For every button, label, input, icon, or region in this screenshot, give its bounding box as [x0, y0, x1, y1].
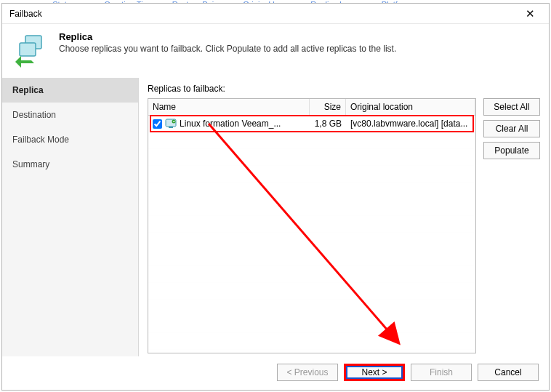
row-location: [vc80.labvmware.local] [data...	[346, 119, 475, 129]
replicas-grid: Name Size Original location	[148, 98, 476, 353]
svg-rect-3	[169, 127, 173, 128]
vm-icon	[165, 119, 177, 129]
failback-dialog: Failback ✕ Replica Choose replicas you w…	[1, 3, 550, 391]
close-icon: ✕	[526, 7, 535, 20]
window-title: Failback	[9, 9, 515, 19]
sidebar-item-label: Failback Mode	[12, 135, 69, 145]
sidebar-item-label: Replica	[12, 85, 44, 95]
finish-button: Finish	[411, 364, 472, 381]
col-header-location[interactable]: Original location	[346, 99, 475, 115]
select-all-button[interactable]: Select All	[483, 98, 540, 116]
wizard-header: Replica Choose replicas you want to fail…	[2, 24, 549, 78]
row-name: Linux formation Veeam_...	[180, 119, 281, 129]
previous-button: < Previous	[277, 364, 338, 381]
titlebar: Failback ✕	[2, 4, 549, 24]
replicas-label: Replicas to failback:	[148, 84, 540, 94]
close-button[interactable]: ✕	[515, 4, 544, 23]
sidebar-item-destination[interactable]: Destination	[2, 103, 138, 127]
sidebar-item-label: Summary	[12, 159, 49, 169]
col-header-name[interactable]: Name	[148, 99, 310, 115]
sidebar-item-replica[interactable]: Replica	[2, 78, 138, 103]
svg-point-4	[172, 120, 176, 124]
row-checkbox[interactable]	[153, 119, 162, 129]
next-button[interactable]: Next >	[344, 364, 405, 381]
grid-body: Linux formation Veeam_... 1,8 GB [vc80.l…	[148, 116, 475, 353]
header-title: Replica	[59, 31, 396, 42]
clear-all-button[interactable]: Clear All	[483, 120, 540, 137]
sidebar-item-summary[interactable]: Summary	[2, 152, 138, 177]
wizard-sidebar: Replica Destination Failback Mode Summar…	[2, 78, 139, 356]
header-subtitle: Choose replicas you want to failback. Cl…	[59, 44, 396, 54]
populate-button[interactable]: Populate	[483, 142, 540, 159]
sidebar-item-label: Destination	[12, 110, 56, 120]
row-size: 1,8 GB	[310, 119, 346, 129]
col-header-size[interactable]: Size	[310, 99, 346, 115]
sidebar-item-failback-mode[interactable]: Failback Mode	[2, 127, 138, 152]
svg-rect-1	[20, 43, 36, 56]
wizard-footer: < Previous Next > Finish Cancel	[2, 356, 549, 390]
grid-row[interactable]: Linux formation Veeam_... 1,8 GB [vc80.l…	[148, 116, 475, 132]
grid-header: Name Size Original location	[148, 99, 475, 116]
failback-icon	[14, 33, 49, 68]
cancel-button[interactable]: Cancel	[478, 364, 539, 381]
